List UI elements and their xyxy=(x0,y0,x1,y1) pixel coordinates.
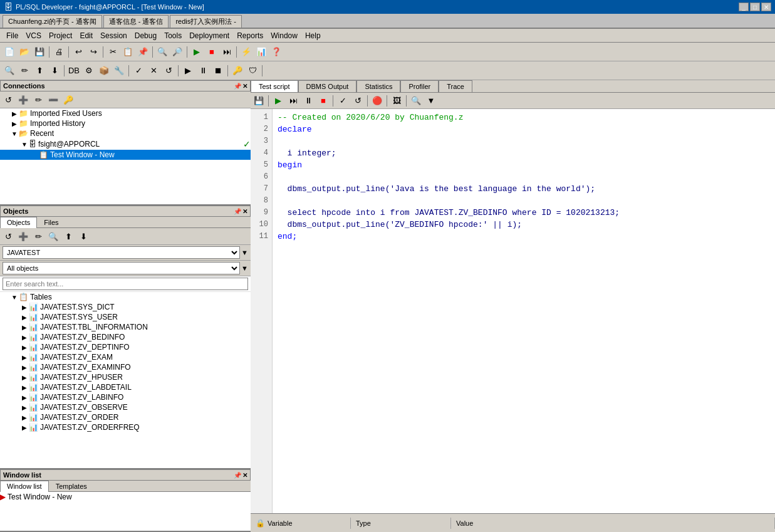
print-btn[interactable]: 🖨 xyxy=(52,45,66,59)
tb2-3[interactable]: ⬆ xyxy=(33,64,46,78)
editor-tab-4[interactable]: Trace xyxy=(439,80,472,92)
save-btn[interactable]: 💾 xyxy=(33,45,46,59)
tree-table-4[interactable]: ▶ 📊 JAVATEST.ZV_DEPTINFO xyxy=(0,342,251,352)
menu-edit[interactable]: Edit xyxy=(76,30,96,41)
menu-project[interactable]: Project xyxy=(45,30,76,41)
redo-btn[interactable]: ↪ xyxy=(86,45,100,59)
menu-deployment[interactable]: Deployment xyxy=(185,30,233,41)
conn-add[interactable]: ➕ xyxy=(16,93,30,107)
tb2-11[interactable]: ↺ xyxy=(162,64,175,78)
et-breakpoint[interactable]: 🔴 xyxy=(370,94,384,108)
autotrace-btn[interactable]: 📊 xyxy=(254,45,268,59)
tree-table-8[interactable]: ▶ 📊 JAVATEST.ZV_LABDETAIL xyxy=(0,382,251,392)
editor-tab-0[interactable]: Test script xyxy=(251,80,298,92)
obj-down[interactable]: ⬇ xyxy=(76,229,90,243)
tree-table-5[interactable]: ▶ 📊 JAVATEST.ZV_EXAM xyxy=(0,352,251,362)
close3-icon[interactable]: ✕ xyxy=(242,472,247,479)
obj-add[interactable]: ➕ xyxy=(16,229,30,243)
tree-item-fsight[interactable]: ▼ 🗄 fsight@APPORCL ✓ xyxy=(0,138,251,150)
filter-arrow[interactable]: ▼ xyxy=(241,264,248,272)
conn-del[interactable]: ➖ xyxy=(46,93,60,107)
editor-tab-2[interactable]: Statistics xyxy=(356,80,400,92)
tab-files[interactable]: Files xyxy=(37,217,65,227)
et-search-dd[interactable]: ▼ xyxy=(424,94,438,108)
filter-select[interactable]: All objects xyxy=(3,262,240,274)
tree-item-imported-fixed[interactable]: ▶ 📁 Imported Fixed Users xyxy=(0,108,251,118)
tree-table-0[interactable]: ▶ 📊 JAVATEST.SYS_DICT xyxy=(0,302,251,312)
tb2-16[interactable]: 🛡 xyxy=(246,64,259,78)
open-btn[interactable]: 📂 xyxy=(18,45,31,59)
tab-objects[interactable]: Objects xyxy=(0,217,37,228)
tb2-6[interactable]: ⚙ xyxy=(82,64,96,78)
minimize-button[interactable]: _ xyxy=(739,3,749,11)
tb2-4[interactable]: ⬇ xyxy=(48,64,61,78)
stop-btn[interactable]: ■ xyxy=(205,45,219,59)
undo-btn[interactable]: ↩ xyxy=(71,45,85,59)
obj-find[interactable]: 🔍 xyxy=(46,229,60,243)
cut-btn[interactable]: ✂ xyxy=(106,45,120,59)
tb2-12[interactable]: ▶ xyxy=(181,64,195,78)
tree-table-10[interactable]: ▶ 📊 JAVATEST.ZV_OBSERVE xyxy=(0,402,251,412)
et-stop[interactable]: ■ xyxy=(316,94,330,108)
menu-session[interactable]: Session xyxy=(96,30,131,41)
tree-tables-group[interactable]: ▼ 📋 Tables xyxy=(0,292,251,302)
help-btn[interactable]: ❓ xyxy=(269,45,283,59)
tree-item-recent[interactable]: ▼ 📂 Recent xyxy=(0,128,251,138)
conn-key[interactable]: 🔑 xyxy=(61,93,75,107)
tb2-7[interactable]: 📦 xyxy=(97,64,111,78)
tab-templates[interactable]: Templates xyxy=(49,481,94,491)
browser-tab-1[interactable]: 通客信息 - 通客信 xyxy=(103,15,169,28)
et-commit[interactable]: ✓ xyxy=(336,94,350,108)
schema-select[interactable]: JAVATEST xyxy=(3,246,240,259)
objects-search-input[interactable] xyxy=(3,278,248,290)
editor-tab-1[interactable]: DBMS Output xyxy=(298,80,357,92)
copy-btn[interactable]: 📋 xyxy=(121,45,135,59)
tree-table-2[interactable]: ▶ 📊 JAVATEST.TBL_INFORMATION xyxy=(0,322,251,332)
window-list-item-0[interactable]: ▶ Test Window - New xyxy=(0,492,251,502)
et-search[interactable]: 🔍 xyxy=(409,94,423,108)
close2-icon[interactable]: ✕ xyxy=(242,208,247,215)
schema-arrow[interactable]: ▼ xyxy=(241,249,248,256)
browser-tab-0[interactable]: Chuanfeng.zi的手页 - 通客闻 xyxy=(3,15,102,28)
menu-vcs[interactable]: VCS xyxy=(22,30,45,41)
menu-file[interactable]: File xyxy=(3,30,22,41)
step-btn[interactable]: ⏭ xyxy=(220,45,234,59)
tree-table-11[interactable]: ▶ 📊 JAVATEST.ZV_ORDER xyxy=(0,412,251,422)
obj-up[interactable]: ⬆ xyxy=(61,229,75,243)
run-btn[interactable]: ▶ xyxy=(190,45,204,59)
conn-refresh[interactable]: ↺ xyxy=(1,93,15,107)
explain-btn[interactable]: ⚡ xyxy=(239,45,253,59)
menu-debug[interactable]: Debug xyxy=(131,30,160,41)
code-editor[interactable]: 1234567891011 -- Created on 2020/6/20 by… xyxy=(251,109,775,513)
pin2-icon[interactable]: 📌 xyxy=(234,208,241,215)
browser-tab-2[interactable]: redis打入实例用法 - xyxy=(170,15,242,28)
pin3-icon[interactable]: 📌 xyxy=(234,472,241,479)
tb2-13[interactable]: ⏸ xyxy=(196,64,210,78)
tb2-1[interactable]: 🔍 xyxy=(3,64,16,78)
close-button[interactable]: ✕ xyxy=(761,3,771,11)
tb2-5[interactable]: DB xyxy=(67,64,81,78)
tree-table-12[interactable]: ▶ 📊 JAVATEST.ZV_ORDERFREQ xyxy=(0,422,251,432)
et-pause[interactable]: ⏸ xyxy=(301,94,315,108)
pin-icon[interactable]: 📌 xyxy=(234,83,241,90)
tree-item-test-window[interactable]: 📋 Test Window - New xyxy=(0,150,251,160)
tree-table-7[interactable]: ▶ 📊 JAVATEST.ZV_HPUSER xyxy=(0,372,251,382)
editor-tab-3[interactable]: Profiler xyxy=(400,80,439,92)
tb2-10[interactable]: ✕ xyxy=(147,64,160,78)
tab-window-list[interactable]: Window list xyxy=(0,481,49,492)
find2-btn[interactable]: 🔎 xyxy=(170,45,184,59)
find-btn[interactable]: 🔍 xyxy=(155,45,169,59)
maximize-button[interactable]: □ xyxy=(750,3,760,11)
tree-table-6[interactable]: ▶ 📊 JAVATEST.ZV_EXAMINFO xyxy=(0,362,251,372)
paste-btn[interactable]: 📌 xyxy=(136,45,150,59)
menu-help[interactable]: Help xyxy=(301,30,325,41)
tree-table-1[interactable]: ▶ 📊 JAVATEST.SYS_USER xyxy=(0,312,251,322)
tree-item-imported-history[interactable]: ▶ 📁 Imported History xyxy=(0,118,251,128)
et-run[interactable]: ▶ xyxy=(271,94,285,108)
new-btn[interactable]: 📄 xyxy=(3,45,16,59)
tree-table-9[interactable]: ▶ 📊 JAVATEST.ZV_LABINFO xyxy=(0,392,251,402)
obj-refresh[interactable]: ↺ xyxy=(1,229,15,243)
code-content[interactable]: -- Created on 2020/6/20 by Chuanfeng.zde… xyxy=(273,109,775,513)
close-icon[interactable]: ✕ xyxy=(242,83,247,90)
tb2-8[interactable]: 🔧 xyxy=(112,64,126,78)
